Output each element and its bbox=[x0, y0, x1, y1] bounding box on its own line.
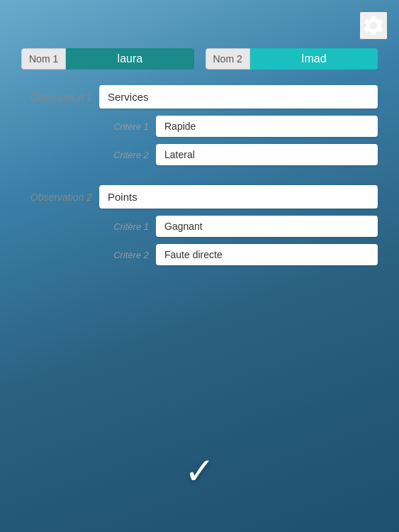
observation2-row: Observation 2 bbox=[21, 185, 378, 209]
observation1-input[interactable] bbox=[99, 85, 378, 109]
name-group-2: Nom 2 Imad bbox=[206, 48, 378, 70]
content-area: Observation 1 Critère 1 Critère 2 Observ… bbox=[21, 85, 378, 285]
observation-block-2: Observation 2 Critère 1 Critère 2 bbox=[21, 185, 378, 265]
observation-block-1: Observation 1 Critère 1 Critère 2 bbox=[21, 85, 378, 165]
obs1-critere2-label: Critère 2 bbox=[99, 150, 156, 160]
nom1-value: laura bbox=[66, 48, 193, 70]
obs2-critere2-label: Critère 2 bbox=[99, 250, 156, 260]
nom2-label: Nom 2 bbox=[206, 48, 250, 70]
obs1-criteria1-row: Critère 1 bbox=[99, 116, 378, 137]
obs2-criteria2-row: Critère 2 bbox=[99, 244, 378, 265]
observation1-label: Observation 1 bbox=[21, 92, 99, 103]
obs1-critere1-label: Critère 1 bbox=[99, 121, 156, 132]
gear-icon bbox=[361, 13, 386, 38]
obs2-critere2-input[interactable] bbox=[156, 244, 378, 265]
obs1-critere2-input[interactable] bbox=[156, 144, 378, 165]
obs1-criteria2-row: Critère 2 bbox=[99, 144, 378, 165]
confirm-button[interactable]: ✓ bbox=[184, 453, 215, 489]
obs1-critere1-input[interactable] bbox=[156, 116, 378, 137]
checkmark-area: ✓ bbox=[0, 453, 399, 489]
observation2-label: Observation 2 bbox=[21, 192, 99, 203]
settings-button[interactable] bbox=[359, 11, 388, 40]
observation2-criteria: Critère 1 Critère 2 bbox=[21, 216, 378, 265]
observation1-criteria: Critère 1 Critère 2 bbox=[21, 116, 378, 165]
obs2-critere1-label: Critère 1 bbox=[99, 221, 156, 232]
name-group-1: Nom 1 laura bbox=[21, 48, 194, 70]
names-row: Nom 1 laura Nom 2 Imad bbox=[21, 48, 378, 70]
observation2-input[interactable] bbox=[99, 185, 378, 209]
nom1-label: Nom 1 bbox=[21, 48, 66, 70]
nom2-value: Imad bbox=[250, 48, 378, 70]
obs2-criteria1-row: Critère 1 bbox=[99, 216, 378, 237]
observation1-row: Observation 1 bbox=[21, 85, 378, 109]
obs2-critere1-input[interactable] bbox=[156, 216, 378, 237]
